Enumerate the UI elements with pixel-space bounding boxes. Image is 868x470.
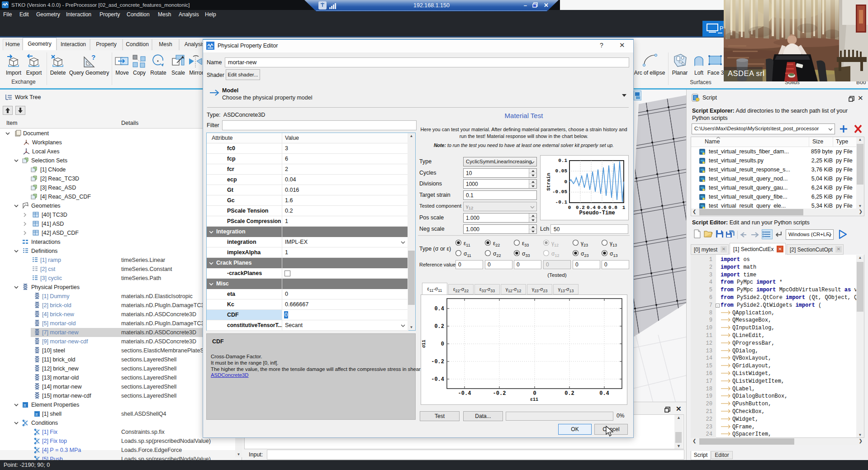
svg-text:0.4: 0.4 [434, 306, 444, 312]
svg-text:0.2: 0.2 [434, 323, 444, 330]
svg-text:0.2: 0.2 [564, 390, 574, 397]
svg-text:-0.2: -0.2 [431, 359, 444, 365]
svg-text:0: 0 [441, 341, 444, 347]
svg-text:0.4: 0.4 [599, 390, 609, 397]
svg-text:-0.4: -0.4 [458, 390, 471, 397]
svg-text:0: 0 [533, 390, 536, 397]
svg-text:-0.2: -0.2 [493, 390, 506, 397]
svg-text:-0.4: -0.4 [431, 376, 444, 383]
svg-text:σ11: σ11 [422, 340, 427, 348]
svg-text:ε11: ε11 [530, 397, 538, 402]
